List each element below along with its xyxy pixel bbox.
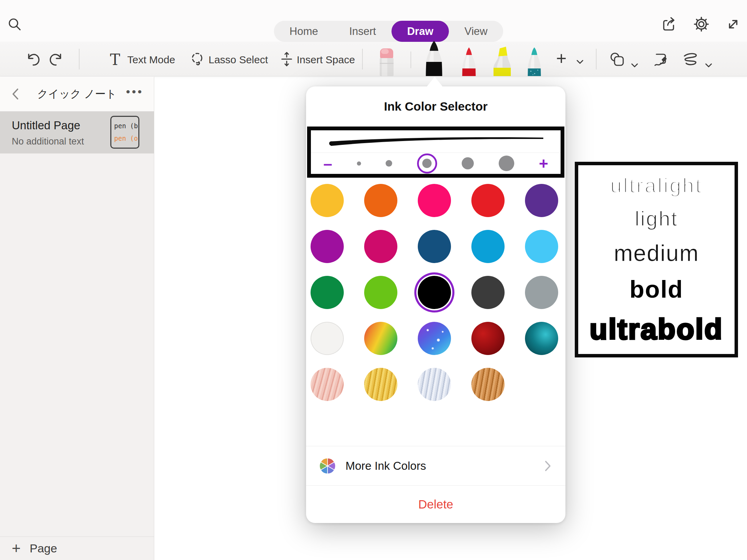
text-mode-label[interactable]: Text Mode xyxy=(127,54,175,66)
thickness-decrease-button[interactable]: – xyxy=(323,156,332,171)
handwriting-light: light xyxy=(635,207,678,231)
undo-icon[interactable] xyxy=(25,52,41,67)
tab-view[interactable]: View xyxy=(449,21,503,42)
color-swatch[interactable] xyxy=(418,230,451,263)
thickness-section: – + xyxy=(307,127,564,178)
delete-row: Delete xyxy=(306,485,565,523)
handwriting-ultralight: ultralight xyxy=(610,174,703,197)
popup-title: Ink Color Selector xyxy=(306,100,565,113)
plus-icon: + xyxy=(12,540,21,557)
color-swatch[interactable] xyxy=(471,368,505,401)
color-swatch[interactable] xyxy=(364,276,397,309)
add-page-label: Page xyxy=(30,542,57,555)
color-swatch[interactable] xyxy=(525,276,558,309)
add-page-button[interactable]: + Page xyxy=(12,540,57,557)
color-swatch[interactable] xyxy=(471,276,505,309)
ink-to-shape-icon[interactable] xyxy=(652,52,668,67)
color-swatch[interactable] xyxy=(311,276,344,309)
lasso-select-label[interactable]: Lasso Select xyxy=(209,54,268,66)
color-swatch[interactable] xyxy=(525,322,558,355)
insert-space-label[interactable]: Insert Space xyxy=(297,54,355,66)
delete-pen-button[interactable]: Delete xyxy=(418,497,453,511)
tab-home[interactable]: Home xyxy=(274,21,334,42)
color-swatch[interactable] xyxy=(311,322,344,355)
insert-space-icon[interactable] xyxy=(279,52,295,67)
ribbon-tabbar: Home Insert Draw View xyxy=(274,21,503,42)
text-mode-icon[interactable]: T xyxy=(110,51,126,67)
draw-toolbar: T Text Mode Lasso Select Insert Space xyxy=(0,42,747,76)
toolbar-divider xyxy=(596,49,597,69)
color-wheel-icon xyxy=(319,458,336,474)
ink-effects-scribble-icon[interactable] xyxy=(682,52,698,67)
thickness-dot-row: – + xyxy=(311,152,561,174)
add-pen-button[interactable]: + xyxy=(556,49,566,67)
pen-black-icon[interactable] xyxy=(422,40,446,76)
more-ink-colors-row[interactable]: More Ink Colors xyxy=(306,446,565,485)
thumbnail-line: pen (bl xyxy=(114,120,138,132)
thickness-dot-3-selected[interactable] xyxy=(417,153,437,174)
chevron-down-icon[interactable] xyxy=(575,58,584,65)
handwriting-weight-samples-box: ultralight light medium bold ultrabold xyxy=(575,162,738,357)
color-swatch[interactable] xyxy=(471,322,505,355)
page-thumbnail: pen (bl pen (ora xyxy=(110,116,139,149)
toolbar-divider xyxy=(362,49,363,69)
color-swatch[interactable] xyxy=(364,368,397,401)
eraser-tool-icon[interactable] xyxy=(378,48,396,76)
popup-caret xyxy=(426,77,443,87)
color-swatch[interactable] xyxy=(525,184,558,217)
toolbar-divider xyxy=(411,52,411,68)
color-swatch[interactable] xyxy=(471,230,505,263)
page-title: Untitled Page xyxy=(12,119,80,132)
redo-icon[interactable] xyxy=(48,52,64,67)
page-subtitle: No additional text xyxy=(12,136,84,147)
color-swatch[interactable] xyxy=(311,230,344,263)
search-icon[interactable] xyxy=(7,17,23,32)
color-swatch-selected[interactable] xyxy=(418,276,451,309)
color-swatch[interactable] xyxy=(311,368,344,401)
thickness-dot-2[interactable] xyxy=(386,160,392,167)
color-swatch[interactable] xyxy=(418,184,451,217)
add-page-row: + Page xyxy=(0,536,154,560)
chevron-down-icon[interactable] xyxy=(704,62,713,69)
thickness-dot-1[interactable] xyxy=(357,161,361,166)
shapes-icon[interactable] xyxy=(609,52,625,67)
tab-insert[interactable]: Insert xyxy=(334,21,392,42)
thumbnail-line: pen (ora xyxy=(114,132,138,144)
color-swatch[interactable] xyxy=(364,322,397,355)
thickness-dot-4[interactable] xyxy=(462,157,474,169)
thickness-increase-button[interactable]: + xyxy=(539,156,548,171)
color-swatch[interactable] xyxy=(525,230,558,263)
color-swatch[interactable] xyxy=(311,184,344,217)
tab-draw[interactable]: Draw xyxy=(391,21,449,42)
thickness-dot-5[interactable] xyxy=(499,156,514,171)
page-sidebar: クイック ノート ••• Untitled Page No additional… xyxy=(0,77,154,560)
handwriting-bold: bold xyxy=(629,276,683,303)
color-swatch[interactable] xyxy=(364,230,397,263)
thickness-dot-3 xyxy=(422,159,432,168)
color-swatch-grid xyxy=(311,184,561,401)
onenote-app: Home Insert Draw View xyxy=(0,0,747,560)
lasso-select-icon[interactable] xyxy=(190,52,205,67)
color-swatch[interactable] xyxy=(418,368,451,401)
more-ink-colors-label: More Ink Colors xyxy=(345,459,426,473)
handwriting-ultrabold: ultrabold xyxy=(590,312,723,346)
toolbar-divider xyxy=(79,49,80,69)
sidebar-menu-ellipsis[interactable]: ••• xyxy=(126,85,144,99)
pen-red-icon[interactable] xyxy=(459,46,479,76)
sidebar-header: クイック ノート ••• xyxy=(0,77,154,111)
stroke-preview xyxy=(311,131,561,152)
color-swatch[interactable] xyxy=(418,322,451,355)
top-bar: Home Insert Draw View xyxy=(0,0,747,42)
highlighter-yellow-icon[interactable] xyxy=(491,46,513,76)
page-list-item-selected[interactable]: Untitled Page No additional text pen (bl… xyxy=(0,111,154,153)
color-swatch[interactable] xyxy=(471,184,505,217)
fullscreen-expand-icon[interactable] xyxy=(725,16,741,32)
share-icon[interactable] xyxy=(661,16,678,32)
settings-gear-icon[interactable] xyxy=(693,16,710,32)
ink-color-selector-popup: Ink Color Selector – + xyxy=(306,86,565,523)
handwriting-medium: medium xyxy=(614,240,699,266)
chevron-right-icon xyxy=(544,460,552,472)
color-swatch[interactable] xyxy=(364,184,397,217)
chevron-down-icon[interactable] xyxy=(630,62,639,69)
pen-teal-icon[interactable] xyxy=(524,46,544,76)
